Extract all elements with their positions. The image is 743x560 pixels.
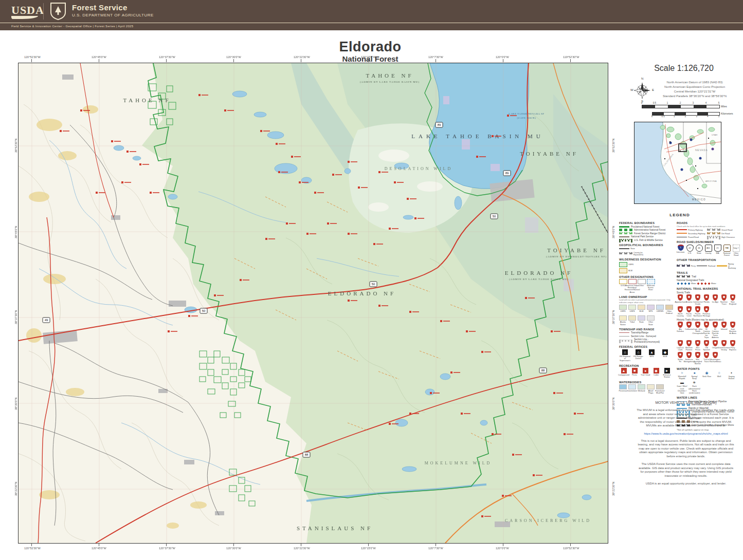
legend-section: ROAD SHIELDS/NUMBER1Interstate42U.S.46St…: [677, 240, 740, 256]
legend-swatch: [713, 352, 718, 358]
legend-item-label: Trail- head: [641, 374, 650, 376]
coord-label: 120°0'0"W: [496, 547, 509, 550]
poi-marker: [394, 181, 396, 183]
header-tagline: Field Service & Innovation Center - Geos…: [11, 25, 133, 28]
legend-section: Historic Trails (Routes may be approxima…: [677, 319, 740, 365]
scalebar-segment: [664, 113, 675, 115]
legend-swatch: [695, 306, 700, 312]
legend-item-label: Mormon Pioneer: [685, 347, 693, 351]
coord-tick: [166, 59, 167, 62]
legend-swatch: ▪: [728, 371, 735, 375]
legend-item: Juan Bautista de Anza: [729, 322, 736, 339]
legend-swatch: ■: [632, 368, 638, 374]
legend-item-label: FS Regional or Supervisor's: [619, 356, 631, 362]
legend-item: ●Trail- head: [641, 368, 650, 378]
inset-label-arizona: ARIZONA: [705, 180, 717, 182]
legend-item-label: High Clearance: [721, 236, 735, 238]
scalebar-tick: 3: [693, 102, 694, 104]
legend-item: Wild and Scenic River: [647, 279, 655, 293]
inset-locator-map[interactable]: NEVADA UTAH ARIZONA MEXICO CALIFORNIA: [634, 122, 721, 204]
coord-label: 38°45'0"N: [612, 226, 615, 238]
legend-item: Water: [677, 282, 695, 285]
legend-swatch: [656, 305, 664, 310]
poi-marker: [121, 181, 123, 183]
scalebar-tick: 0: [651, 115, 653, 118]
legend-item-label: Gravel Road: [721, 229, 732, 231]
legend-item-label: U.S. Fish & Wildlife Service: [634, 239, 663, 241]
poi-marker: [348, 233, 350, 235]
legend-item-label: State: [697, 252, 701, 254]
area-label: TOIYABE NF: [520, 151, 578, 157]
legend-grid: DODAmerican Indian Boundary/ Research/Na…: [619, 279, 674, 293]
scalebar-miles: 00.512345Miles: [642, 102, 734, 109]
legend-item: ■Picnic: [630, 368, 639, 378]
poi-marker: [373, 243, 375, 245]
legend-item: Appalachian: [677, 294, 684, 305]
poi-marker: [126, 151, 129, 153]
legend-item-label: North Country: [677, 313, 684, 317]
legend-item-label: FS Ranger District: [632, 356, 644, 360]
scalebar-segment: [655, 105, 668, 108]
legend-item: Mormon Pioneer: [685, 340, 693, 351]
legend-swatch: [647, 305, 655, 310]
mvum-paragraph-1: The MVUM is a legal enforceable document…: [637, 408, 735, 428]
poi-marker: [525, 297, 527, 299]
legend-section: WATER POINTS≈Waterfall/ Rapids●Spring/ S…: [677, 367, 740, 395]
scalebar-tick: 5: [718, 115, 720, 118]
area-label: (ADMIN BY LAKE TAHOE BASIN MU): [509, 278, 569, 281]
coord-label: 120°22'30"W: [294, 547, 310, 550]
coord-label: 120°15'0"W: [361, 55, 376, 59]
legend-section-header: OTHER DESIGNATIONS: [619, 275, 674, 278]
scalebar-tick: 0.5: [662, 115, 665, 118]
legend-item: Old Spanish: [703, 340, 710, 351]
legend-swatch: [619, 226, 629, 228]
poi-marker: [378, 305, 380, 307]
legend-swatch: [619, 305, 627, 310]
legend-item-label: Tribal: [630, 321, 635, 323]
legend-item: State: [638, 315, 645, 325]
legend-swatch: ≈: [679, 371, 685, 375]
map-canvas[interactable]: TAHOE NFTAHOE NF(ADMIN BY LAKE TAHOE BAS…: [18, 63, 608, 544]
legend-swatch: [707, 236, 720, 238]
legend-item-label: Old Spanish: [703, 347, 710, 351]
legend-item: hwy #Other Road: [732, 245, 740, 256]
legend-grid: 1Interstate42U.S.46StateA61County21BIA78…: [677, 245, 740, 256]
legend-item: Foreshore/ Mud Flat: [656, 384, 664, 394]
legend-item-label: Section Line - Surveyed: [631, 335, 656, 338]
coord-label: 120°0'0"W: [496, 55, 509, 59]
poi-marker: [414, 217, 416, 219]
poi-marker: [214, 294, 216, 296]
legend-swatch: [619, 236, 629, 237]
legend-swatch: [704, 322, 709, 328]
legend-item-label: Washington- Rochambeau: [710, 359, 721, 363]
legend-swatch: [647, 315, 655, 321]
legend-item: Ala Kahakai: [677, 322, 684, 339]
mvum-link[interactable]: https://www.fs.usda.gov/recreation/progr…: [637, 432, 735, 435]
legend-item-label: Ferry: [691, 265, 696, 267]
legend-item: Perennial: [619, 384, 627, 394]
area-label: TAHOE NF: [366, 72, 413, 79]
highway-shield: 50: [491, 214, 498, 219]
legend-item: Forest Service Ranger District: [619, 232, 674, 235]
legend-item-label: Gaging Station: [726, 376, 737, 380]
forest-service-shield-icon: [49, 2, 67, 23]
legend-item-label: Motor: [711, 283, 716, 285]
header-bar: USDA Forest Service U.S. DEPARTMENT OF A…: [0, 0, 743, 23]
legend-item: Paved Road: [677, 236, 705, 238]
legend-item: County (or Equivalent): [619, 251, 648, 256]
legend-section-header: WATERBODIES: [619, 381, 674, 384]
legend-left-column: FEDERAL BOUNDARIESProclaimed National Fo…: [619, 219, 674, 431]
poi-marker: [450, 371, 452, 374]
area-label: TAHOE NF: [123, 97, 171, 103]
legend-item-label: State: [639, 321, 644, 323]
scalebar-segment: [686, 113, 697, 115]
poi-marker: [533, 474, 535, 476]
projection-info: North American Datum of 1983 (NAD 83)Nor…: [652, 80, 737, 99]
coord-tick: [436, 543, 436, 546]
legend-swatch: [695, 322, 700, 328]
coord-label: 38°37'30"N: [14, 310, 17, 324]
legend-note: Land with no color is private/unknown/un…: [619, 299, 674, 304]
legend-item-label: Nez Perce: [694, 347, 701, 351]
legend-item-label: Potomac Heritage: [703, 313, 711, 317]
legend-swatch: [677, 275, 690, 277]
